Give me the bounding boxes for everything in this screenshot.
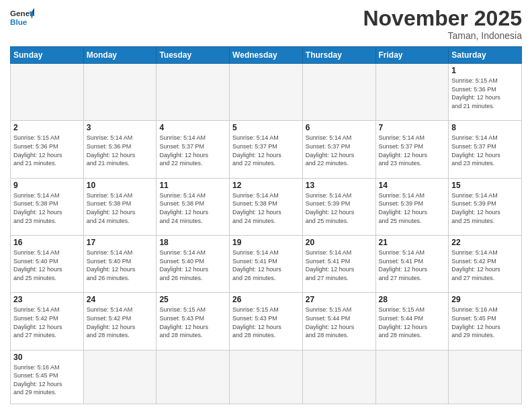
calendar-cell [157, 350, 230, 404]
day-info: Sunrise: 5:15 AM Sunset: 5:43 PM Dayligh… [159, 306, 226, 339]
day-info: Sunrise: 5:14 AM Sunset: 5:38 PM Dayligh… [87, 191, 154, 225]
calendar-cell: 6Sunrise: 5:14 AM Sunset: 5:37 PM Daylig… [302, 121, 375, 178]
day-info: Sunrise: 5:14 AM Sunset: 5:41 PM Dayligh… [379, 248, 446, 282]
calendar-cell: 13Sunrise: 5:14 AM Sunset: 5:39 PM Dayli… [302, 178, 375, 235]
calendar-cell [375, 64, 449, 121]
calendar-cell [230, 64, 303, 121]
day-number: 17 [87, 238, 154, 247]
calendar-cell: 26Sunrise: 5:15 AM Sunset: 5:43 PM Dayli… [230, 293, 303, 350]
day-info: Sunrise: 5:14 AM Sunset: 5:42 PM Dayligh… [13, 306, 81, 339]
calendar-cell: 11Sunrise: 5:14 AM Sunset: 5:38 PM Dayli… [157, 178, 230, 235]
week-row-0: 1Sunrise: 5:15 AM Sunset: 5:36 PM Daylig… [11, 64, 522, 121]
day-number: 14 [379, 181, 446, 190]
day-number: 15 [451, 181, 519, 190]
day-info: Sunrise: 5:14 AM Sunset: 5:38 PM Dayligh… [232, 191, 300, 225]
day-info: Sunrise: 5:14 AM Sunset: 5:38 PM Dayligh… [159, 191, 226, 225]
title-block: November 2025 Taman, Indonesia [363, 7, 522, 41]
weekday-header-saturday: Saturday [449, 47, 522, 64]
calendar-cell: 23Sunrise: 5:14 AM Sunset: 5:42 PM Dayli… [11, 293, 84, 350]
calendar-cell [83, 64, 157, 121]
day-info: Sunrise: 5:14 AM Sunset: 5:41 PM Dayligh… [232, 248, 300, 282]
day-info: Sunrise: 5:14 AM Sunset: 5:39 PM Dayligh… [451, 191, 519, 225]
header: General Blue November 2025 Taman, Indone… [10, 7, 522, 41]
day-number: 25 [159, 295, 226, 304]
calendar-cell: 14Sunrise: 5:14 AM Sunset: 5:39 PM Dayli… [375, 178, 449, 235]
calendar-cell: 12Sunrise: 5:14 AM Sunset: 5:38 PM Dayli… [230, 178, 303, 235]
week-row-1: 2Sunrise: 5:15 AM Sunset: 5:36 PM Daylig… [11, 121, 522, 178]
calendar-cell: 25Sunrise: 5:15 AM Sunset: 5:43 PM Dayli… [157, 293, 230, 350]
calendar-cell [302, 64, 375, 121]
calendar-cell: 18Sunrise: 5:14 AM Sunset: 5:40 PM Dayli… [157, 236, 230, 293]
calendar-cell: 24Sunrise: 5:14 AM Sunset: 5:42 PM Dayli… [83, 293, 157, 350]
day-number: 26 [232, 295, 300, 304]
calendar-cell [302, 350, 375, 404]
calendar-cell: 27Sunrise: 5:15 AM Sunset: 5:44 PM Dayli… [302, 293, 375, 350]
day-number: 29 [451, 295, 519, 304]
day-info: Sunrise: 5:14 AM Sunset: 5:38 PM Dayligh… [13, 191, 81, 225]
day-number: 1 [451, 66, 519, 75]
page: General Blue November 2025 Taman, Indone… [0, 0, 532, 411]
calendar-cell [83, 350, 157, 404]
day-info: Sunrise: 5:14 AM Sunset: 5:37 PM Dayligh… [379, 134, 446, 167]
day-info: Sunrise: 5:14 AM Sunset: 5:37 PM Dayligh… [159, 134, 226, 167]
day-info: Sunrise: 5:14 AM Sunset: 5:41 PM Dayligh… [306, 248, 373, 282]
weekday-header-row: SundayMondayTuesdayWednesdayThursdayFrid… [11, 47, 522, 64]
weekday-header-friday: Friday [375, 47, 449, 64]
day-number: 21 [379, 238, 446, 247]
calendar-cell: 15Sunrise: 5:14 AM Sunset: 5:39 PM Dayli… [449, 178, 522, 235]
day-number: 11 [159, 181, 226, 190]
day-info: Sunrise: 5:14 AM Sunset: 5:37 PM Dayligh… [451, 134, 519, 167]
calendar-cell: 20Sunrise: 5:14 AM Sunset: 5:41 PM Dayli… [302, 236, 375, 293]
calendar-cell [11, 64, 84, 121]
day-info: Sunrise: 5:16 AM Sunset: 5:45 PM Dayligh… [13, 363, 81, 397]
day-number: 16 [13, 238, 81, 247]
calendar-cell: 4Sunrise: 5:14 AM Sunset: 5:37 PM Daylig… [157, 121, 230, 178]
calendar-cell: 2Sunrise: 5:15 AM Sunset: 5:36 PM Daylig… [11, 121, 84, 178]
day-number: 2 [13, 123, 81, 132]
day-number: 4 [159, 123, 226, 132]
day-number: 19 [232, 238, 300, 247]
day-info: Sunrise: 5:16 AM Sunset: 5:45 PM Dayligh… [451, 306, 519, 339]
week-row-5: 30Sunrise: 5:16 AM Sunset: 5:45 PM Dayli… [11, 350, 522, 404]
day-number: 7 [379, 123, 446, 132]
calendar-cell: 19Sunrise: 5:14 AM Sunset: 5:41 PM Dayli… [230, 236, 303, 293]
day-number: 28 [379, 295, 446, 304]
weekday-header-monday: Monday [83, 47, 157, 64]
weekday-header-thursday: Thursday [302, 47, 375, 64]
calendar-cell: 29Sunrise: 5:16 AM Sunset: 5:45 PM Dayli… [449, 293, 522, 350]
day-info: Sunrise: 5:14 AM Sunset: 5:37 PM Dayligh… [232, 134, 300, 167]
week-row-2: 9Sunrise: 5:14 AM Sunset: 5:38 PM Daylig… [11, 178, 522, 235]
calendar-cell: 30Sunrise: 5:16 AM Sunset: 5:45 PM Dayli… [11, 350, 84, 404]
day-number: 30 [13, 353, 81, 362]
day-number: 10 [87, 181, 154, 190]
day-number: 22 [451, 238, 519, 247]
day-number: 9 [13, 181, 81, 190]
day-info: Sunrise: 5:15 AM Sunset: 5:44 PM Dayligh… [306, 306, 373, 339]
weekday-header-tuesday: Tuesday [157, 47, 230, 64]
calendar-cell [230, 350, 303, 404]
day-info: Sunrise: 5:14 AM Sunset: 5:36 PM Dayligh… [87, 134, 154, 167]
calendar-cell [157, 64, 230, 121]
day-info: Sunrise: 5:14 AM Sunset: 5:40 PM Dayligh… [159, 248, 226, 282]
weekday-header-wednesday: Wednesday [230, 47, 303, 64]
day-number: 6 [306, 123, 373, 132]
calendar-cell [375, 350, 449, 404]
day-info: Sunrise: 5:15 AM Sunset: 5:36 PM Dayligh… [451, 77, 519, 110]
calendar-cell [449, 350, 522, 404]
calendar-table: SundayMondayTuesdayWednesdayThursdayFrid… [10, 46, 522, 404]
week-row-3: 16Sunrise: 5:14 AM Sunset: 5:40 PM Dayli… [11, 236, 522, 293]
day-info: Sunrise: 5:14 AM Sunset: 5:40 PM Dayligh… [13, 248, 81, 282]
calendar-cell: 22Sunrise: 5:14 AM Sunset: 5:42 PM Dayli… [449, 236, 522, 293]
calendar-cell: 21Sunrise: 5:14 AM Sunset: 5:41 PM Dayli… [375, 236, 449, 293]
day-number: 12 [232, 181, 300, 190]
calendar-cell: 10Sunrise: 5:14 AM Sunset: 5:38 PM Dayli… [83, 178, 157, 235]
day-info: Sunrise: 5:15 AM Sunset: 5:44 PM Dayligh… [379, 306, 446, 339]
day-info: Sunrise: 5:14 AM Sunset: 5:39 PM Dayligh… [306, 191, 373, 225]
calendar-cell: 7Sunrise: 5:14 AM Sunset: 5:37 PM Daylig… [375, 121, 449, 178]
day-number: 3 [87, 123, 154, 132]
day-number: 24 [87, 295, 154, 304]
day-number: 27 [306, 295, 373, 304]
weekday-header-sunday: Sunday [11, 47, 84, 64]
day-number: 23 [13, 295, 81, 304]
month-title: November 2025 [363, 7, 522, 30]
